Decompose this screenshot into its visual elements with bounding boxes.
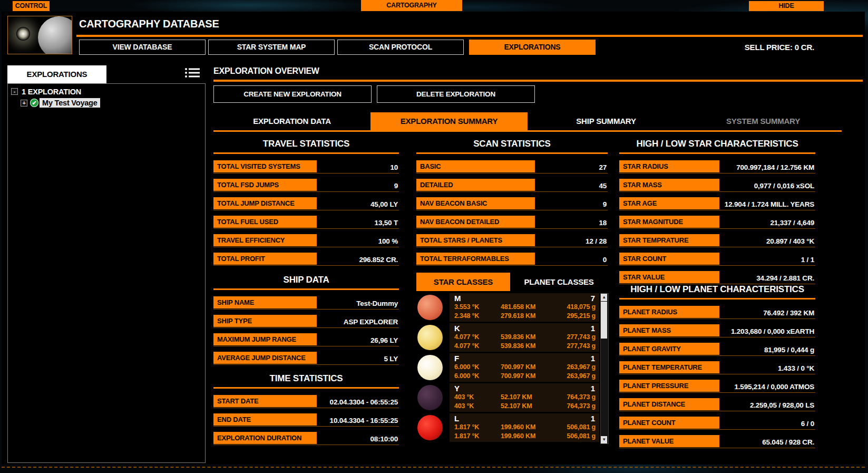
- tab-exploration-data[interactable]: EXPLORATION DATA: [213, 112, 370, 130]
- nav-view-database[interactable]: VIEW DATABASE: [79, 40, 206, 55]
- stat-row: AVERAGE JUMP DISTANCE5 LY: [213, 352, 399, 365]
- high-temperature: 6.000 °K: [454, 363, 479, 371]
- low-gravity: 295,215 g: [567, 312, 596, 320]
- stat-row: MAXIMUM JUMP RANGE26,96 LY: [213, 333, 399, 346]
- stat-label: STAR MAGNITUDE: [619, 216, 719, 228]
- stat-value: 81,995 / 0,444 g: [764, 346, 814, 354]
- stat-label: TOTAL TERRAFORMABLES: [416, 253, 535, 265]
- stat-label: PLANET COUNT: [619, 417, 719, 429]
- stat-label: TOTAL VISITED SYSTEMS: [213, 160, 317, 172]
- stat-label: PLANET VALUE: [619, 435, 719, 447]
- control-button[interactable]: CONTROL: [13, 1, 50, 11]
- sidebar-tab-explorations[interactable]: EXPLORATIONS: [7, 65, 106, 83]
- time-statistics-title: TIME STATISTICS: [213, 373, 399, 389]
- tree-collapse-toggle[interactable]: -: [11, 88, 18, 95]
- list-icon[interactable]: [184, 67, 200, 80]
- stat-label: STAR VALUE: [619, 271, 719, 283]
- nav-explorations[interactable]: EXPLORATIONS: [469, 40, 596, 55]
- star-class-count: 1: [591, 354, 595, 363]
- scroll-up-button[interactable]: ▲: [601, 294, 607, 301]
- stat-value: 1 / 1: [801, 256, 814, 264]
- stat-value: 9: [603, 200, 607, 208]
- star-class-row-f[interactable]: F 1 6.000 °K 700.997 KM 263,967 g 6.000 …: [416, 353, 599, 382]
- stat-value: 100 %: [378, 237, 398, 245]
- low-radius: 52.107 KM: [501, 402, 532, 410]
- nav-star-system-map[interactable]: STAR SYSTEM MAP: [208, 40, 335, 55]
- low-radius: 279.618 KM: [501, 312, 535, 320]
- planet-characteristics-section: HIGH / LOW PLANET CHARACTERISTICS PLANET…: [619, 284, 815, 453]
- planet-graphic: [38, 16, 72, 54]
- stat-value: 21,337 / 4,649: [770, 219, 814, 227]
- stat-label: PLANET RADIUS: [619, 306, 719, 318]
- tab-ship-summary[interactable]: SHIP SUMMARY: [528, 112, 685, 130]
- tab-star-classes[interactable]: STAR CLASSES: [416, 273, 510, 291]
- stat-label: SHIP TYPE: [213, 315, 317, 327]
- stat-row: NAV BEACON DETAILED18: [416, 216, 608, 229]
- scroll-thumb[interactable]: [601, 302, 607, 339]
- low-temperature: 1.817 °K: [454, 432, 479, 440]
- stat-row: PLANET PRESSURE1.595,214 / 0,000 ATMOS: [619, 380, 815, 393]
- bottom-divider: [2, 467, 865, 468]
- stat-value: 10.04.3304 - 16:55:25: [330, 417, 398, 424]
- stat-value: 34.294 / 2.881 CR.: [756, 274, 814, 282]
- stat-value: 20.897 / 403 °K: [766, 237, 814, 245]
- stat-label: STAR RADIUS: [619, 160, 719, 172]
- tab-system-summary[interactable]: SYSTEM SUMMARY: [685, 112, 842, 130]
- hide-button[interactable]: HIDE: [749, 1, 824, 11]
- planet-characteristics-title: HIGH / LOW PLANET CHARACTERISTICS: [619, 284, 815, 300]
- star-class-row-k[interactable]: K 1 4.077 °K 539.836 KM 277,743 g 4.077 …: [416, 323, 599, 352]
- create-exploration-button[interactable]: CREATE NEW EXPLORATION: [213, 85, 372, 103]
- stat-label: TOTAL JUMP DISTANCE: [213, 197, 317, 209]
- stat-label: STAR AGE: [619, 197, 719, 209]
- tree-expand-toggle[interactable]: +: [21, 100, 27, 107]
- tree-root-item[interactable]: 1 EXPLORATION: [22, 88, 81, 96]
- stat-row: TOTAL FSD JUMPS9: [213, 179, 399, 192]
- stat-label: TOTAL FSD JUMPS: [213, 179, 317, 191]
- stat-label: TOTAL FUEL USED: [213, 216, 317, 228]
- stat-label: PLANET DISTANCE: [619, 398, 719, 410]
- stat-value: 45: [599, 182, 607, 190]
- stat-label: PLANET TEMPERATURE: [619, 361, 719, 373]
- sell-price-label: SELL PRICE: 0 CR.: [745, 43, 814, 52]
- stat-value: 45,00 LY: [370, 200, 398, 208]
- exploration-tree-panel: - 1 EXPLORATION + ✔ My Test Voyage: [7, 83, 206, 463]
- stat-value: 296.852 CR.: [359, 256, 398, 264]
- stat-value: 6 / 0: [801, 420, 814, 428]
- stat-value: 9: [394, 182, 398, 190]
- high-gravity: 764,373 g: [567, 393, 596, 401]
- high-radius: 481.658 KM: [501, 303, 535, 311]
- stat-value: 12 / 28: [586, 237, 607, 245]
- high-gravity: 263,967 g: [567, 363, 596, 371]
- stat-label: PLANET PRESSURE: [619, 380, 719, 392]
- stat-row: PLANET GRAVITY81,995 / 0,444 g: [619, 343, 815, 356]
- tab-exploration-summary[interactable]: EXPLORATION SUMMARY: [370, 112, 528, 130]
- stat-label: BASIC: [416, 160, 535, 172]
- cartography-tab[interactable]: CARTOGRAPHY: [361, 0, 462, 11]
- low-temperature: 6.000 °K: [454, 372, 479, 380]
- scroll-down-button[interactable]: ▼: [601, 436, 607, 443]
- star-class-row-l[interactable]: L 1 1.817 °K 199.960 KM 506,081 g 1.817 …: [416, 413, 599, 442]
- low-gravity: 277,743 g: [567, 342, 596, 350]
- tab-planet-classes[interactable]: PLANET CLASSES: [510, 273, 608, 291]
- stat-label: TRAVEL EFFICIENCY: [213, 234, 317, 246]
- star-class-list: M 7 3.553 °K 481.658 KM 418,075 g 2.348 …: [416, 293, 608, 443]
- stat-row: STAR RADIUS700.997,184 / 12.756 KM: [619, 160, 815, 173]
- star-class-letter: F: [454, 354, 459, 363]
- nav-scan-protocol[interactable]: SCAN PROTOCOL: [337, 40, 464, 55]
- low-temperature: 2.348 °K: [454, 312, 479, 320]
- stat-row: SHIP TYPEASP EXPLORER: [213, 315, 399, 328]
- checkmark-icon: ✔: [30, 99, 38, 107]
- scrollbar[interactable]: ▲ ▼: [600, 293, 609, 444]
- section-title-overview: EXPLORATION OVERVIEW: [213, 66, 319, 76]
- stat-row: EXPLORATION DURATION08:10:00: [213, 432, 399, 445]
- star-class-row-m[interactable]: M 7 3.553 °K 481.658 KM 418,075 g 2.348 …: [416, 293, 599, 322]
- stat-label: TOTAL PROFIT: [213, 253, 317, 265]
- delete-exploration-button[interactable]: DELETE EXPLORATION: [377, 85, 535, 103]
- star-class-row-y[interactable]: Y 1 403 °K 52.107 KM 764,373 g 403 °K 52…: [416, 383, 599, 412]
- tree-item-selected[interactable]: My Test Voyage: [40, 98, 100, 108]
- title-divider: [76, 35, 863, 37]
- stat-value: 2.259,05 / 928,00 LS: [750, 401, 814, 409]
- star-class-count: 1: [591, 384, 595, 393]
- stat-row: PLANET RADIUS76.492 / 392 KM: [619, 306, 815, 319]
- stat-value: 0: [603, 256, 607, 264]
